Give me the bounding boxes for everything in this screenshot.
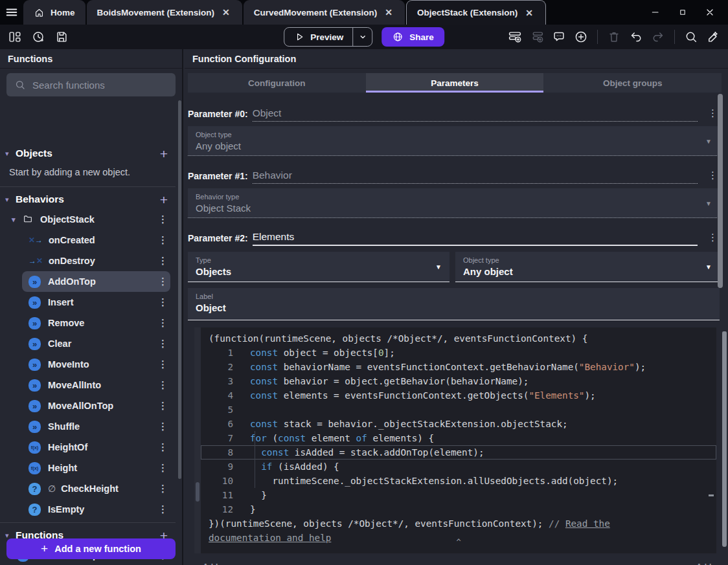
panels-icon[interactable]	[6, 28, 23, 45]
sidebar-item-clear[interactable]: »Clear⋮	[0, 333, 170, 354]
tab-object-groups[interactable]: Object groups	[543, 73, 722, 93]
preview-button[interactable]: Preview	[284, 27, 372, 47]
close-tab-icon[interactable]: ✕	[383, 6, 394, 19]
undo-icon[interactable]	[628, 28, 644, 45]
field-value: Any object	[463, 266, 712, 277]
code-line-8[interactable]: 8 const isAdded = stack.addOnTop(element…	[201, 445, 716, 460]
close-tab-icon[interactable]: ✕	[220, 6, 232, 19]
hamburger-menu-icon[interactable]	[0, 0, 23, 25]
item-menu-button[interactable]: ⋮	[155, 317, 170, 329]
code-lines: 1const object = objects[0];2const behavi…	[201, 346, 716, 516]
code-line-10[interactable]: 10 runtimeScene._objectStackExtension.al…	[201, 474, 716, 488]
add-object-button[interactable]: +	[160, 147, 168, 161]
code-line-5[interactable]: 5	[201, 403, 716, 417]
parameter-1-name-input[interactable]: Behavior	[253, 170, 698, 184]
code-line-6[interactable]: 6const stack = behavior._objectStackExte…	[201, 417, 716, 431]
behaviors-section-header[interactable]: ▾ Behaviors +	[0, 190, 176, 209]
code-line-9[interactable]: 9 if (isAdded) {	[201, 460, 716, 474]
sidebar-item-shuffle[interactable]: »Shuffle⋮	[0, 416, 170, 437]
sidebar-item-moveallontop[interactable]: »MoveAllOnTop⋮	[0, 395, 170, 416]
history-icon[interactable]	[30, 28, 47, 45]
item-menu-button[interactable]: ⋮	[155, 483, 170, 494]
code-line-7[interactable]: 7for (const element of elements) {	[201, 431, 716, 445]
item-menu-button[interactable]: ⋮	[155, 421, 170, 432]
sidebar-item-moveallinto[interactable]: »MoveAllInto⋮	[0, 375, 170, 395]
close-window-button[interactable]	[701, 4, 719, 21]
sidebar-item-addontop[interactable]: »AddOnTop⋮	[22, 271, 170, 292]
code-line-12[interactable]: 12}	[201, 502, 716, 516]
item-menu-button[interactable]: ⋮	[155, 255, 170, 267]
search-functions-input[interactable]	[32, 80, 155, 91]
add-behavior-button[interactable]: +	[160, 193, 168, 206]
close-tab-icon[interactable]: ✕	[523, 6, 535, 19]
circle-plus-icon[interactable]	[573, 28, 589, 45]
function-configuration-panel: Function Configuration Configuration Par…	[185, 49, 728, 565]
window-tab-home[interactable]: Home	[23, 0, 85, 25]
sidebar-item-isempty[interactable]: ?IsEmpty⋮	[0, 499, 170, 520]
item-menu-button[interactable]: ⋮	[155, 400, 170, 412]
sidebar-item-moveinto[interactable]: »MoveInto⋮	[0, 354, 170, 375]
maximize-button[interactable]	[674, 4, 692, 21]
editor-resize-strip[interactable]	[194, 327, 201, 553]
parameter-2-object-type-select[interactable]: Object type Any object ▼	[455, 252, 720, 282]
parameter-0-name-input[interactable]: Object	[253, 107, 698, 122]
sidebar-item-objectstack[interactable]: ▾ObjectStack⋮	[0, 209, 170, 230]
documentation-link[interactable]: Read the	[565, 518, 610, 529]
window-tab-objectstack[interactable]: ObjectStack (Extension)✕	[406, 0, 546, 25]
search-icon[interactable]	[683, 28, 700, 45]
item-menu-button[interactable]: ⋮	[155, 462, 170, 474]
item-menu-button[interactable]: ⋮	[155, 296, 170, 308]
parameter-2-type-select[interactable]: Type Objects ▼	[188, 252, 449, 282]
window-tab-boidsmovement[interactable]: BoidsMovement (Extension)✕	[87, 0, 242, 25]
sidebar-item-checkheight[interactable]: ?∅CheckHeight⋮	[0, 478, 170, 499]
preview-dropdown-button[interactable]	[352, 28, 372, 46]
code-line-3[interactable]: 3const behavior = object.getBehavior(beh…	[201, 374, 716, 388]
sidebar-item-oncreated[interactable]: ✕→onCreated⋮	[0, 230, 170, 250]
sidebar-item-heightof[interactable]: f(x)HeightOf⋮	[0, 437, 170, 458]
share-button[interactable]: Share	[381, 27, 444, 47]
item-menu-button[interactable]: ⋮	[155, 504, 170, 515]
edit-spark-icon[interactable]	[705, 28, 722, 45]
add-new-function-button[interactable]: + Add a new function	[6, 538, 176, 559]
code-line-2[interactable]: 2const behaviorName = eventsFunctionCont…	[201, 360, 716, 374]
sidebar-divider	[0, 522, 176, 523]
parameters-scrollbar[interactable]	[718, 94, 723, 288]
sidebar-item-insert[interactable]: »Insert⋮	[0, 292, 170, 313]
minimize-button[interactable]	[646, 4, 665, 21]
item-menu-button[interactable]: ⋮	[155, 338, 170, 349]
objects-section-header[interactable]: ▾ Objects +	[0, 144, 176, 163]
editor-drag-handle[interactable]	[196, 482, 199, 502]
item-menu-button[interactable]: ⋮	[155, 276, 170, 287]
item-menu-button[interactable]: ⋮	[155, 441, 170, 453]
documentation-link[interactable]: documentation and help	[209, 533, 331, 543]
parameter-1-behavior-type-select[interactable]: Behavior type Object Stack ▼	[188, 188, 720, 218]
item-menu-button[interactable]: ⋮	[155, 214, 170, 225]
line-number: 3	[201, 374, 233, 388]
sidebar-scrollbar[interactable]	[178, 100, 181, 479]
code-editor[interactable]: (function(runtimeScene, objects /*Object…	[201, 327, 716, 553]
tab-configuration[interactable]: Configuration	[188, 73, 366, 93]
search-functions-box[interactable]	[6, 73, 176, 96]
comment-icon[interactable]	[551, 28, 567, 45]
code-line-11[interactable]: 11 }	[201, 488, 716, 502]
footer-hint-left: Add...	[203, 562, 224, 565]
parameter-2-label-field[interactable]: Label Object	[188, 288, 720, 320]
sidebar-item-remove[interactable]: »Remove⋮	[0, 313, 170, 333]
editor-scrollbar[interactable]	[722, 331, 727, 547]
item-menu-button[interactable]: ⋮	[155, 379, 170, 391]
save-icon[interactable]	[53, 28, 70, 45]
editor-fold-caret[interactable]: ^	[456, 535, 461, 549]
add-event-icon[interactable]	[506, 28, 523, 45]
parameter-0-object-type-select[interactable]: Object type Any object ▼	[188, 126, 720, 156]
window-tab-curvedmovement[interactable]: CurvedMovement (Extension)✕	[244, 0, 405, 25]
tab-parameters[interactable]: Parameters	[366, 73, 544, 93]
sidebar-item-ondestroy[interactable]: →✕onDestroy⋮	[0, 250, 170, 271]
code-line-4[interactable]: 4const elements = eventsFunctionContext.…	[201, 388, 716, 403]
sidebar-item-height[interactable]: f(x)Height⋮	[0, 458, 170, 478]
item-menu-button[interactable]: ⋮	[155, 234, 170, 246]
item-menu-button[interactable]: ⋮	[155, 359, 170, 370]
parameter-2-name-input[interactable]: Elements	[253, 231, 698, 246]
indent-guide	[255, 431, 255, 488]
code-line-1[interactable]: 1const object = objects[0];	[201, 346, 716, 360]
item-label: CheckHeight	[61, 483, 119, 494]
